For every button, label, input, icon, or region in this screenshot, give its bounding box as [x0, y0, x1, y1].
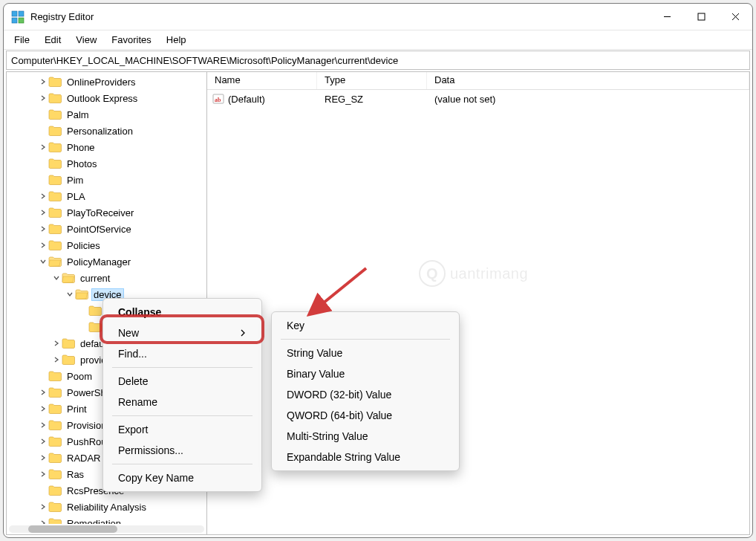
chevron-right-icon[interactable]	[38, 191, 48, 201]
ctx-export[interactable]: Export	[108, 419, 257, 440]
folder-icon	[48, 223, 62, 235]
app-window: Registry Editor File Edit View Favorites…	[3, 3, 753, 538]
chevron-right-icon[interactable]	[38, 502, 48, 512]
submenu-qword[interactable]: QWORD (64-bit) Value	[276, 405, 454, 426]
chevron-right-icon[interactable]	[38, 207, 48, 218]
tree-item-label: Phone	[65, 141, 97, 154]
tree-item[interactable]: Personalization	[7, 123, 206, 139]
tree-item-label: Ras	[65, 468, 86, 481]
menu-file[interactable]: File	[7, 32, 37, 48]
tree-item[interactable]: PointOfService	[7, 221, 206, 237]
folder-icon	[88, 321, 102, 333]
chevron-right-icon[interactable]	[38, 93, 48, 103]
submenu-binary[interactable]: Binary Value	[276, 363, 454, 384]
tree-item[interactable]: PlayToReceiver	[7, 204, 206, 221]
tree-item-label: Remediation	[65, 517, 123, 525]
tree-item[interactable]: Pim	[7, 172, 206, 188]
tree-horizontal-scrollbar[interactable]	[9, 525, 204, 533]
ctx-find[interactable]: Find...	[108, 343, 257, 364]
chevron-right-icon[interactable]	[38, 142, 48, 152]
regedit-icon	[11, 10, 25, 24]
column-header-type[interactable]: Type	[317, 72, 427, 89]
tree-item[interactable]: Phone	[7, 139, 206, 155]
folder-icon	[48, 76, 62, 88]
chevron-right-icon[interactable]	[38, 453, 48, 463]
chevron-right-icon[interactable]	[38, 436, 48, 447]
chevron-down-icon[interactable]	[38, 256, 48, 267]
menu-favorites[interactable]: Favorites	[104, 32, 158, 48]
ctx-permissions[interactable]: Permissions...	[108, 440, 257, 461]
folder-icon	[48, 419, 62, 431]
chevron-right-icon[interactable]	[38, 404, 48, 414]
folder-icon	[48, 501, 62, 513]
chevron-right-icon[interactable]	[38, 224, 48, 234]
chevron-right-icon[interactable]	[51, 354, 62, 365]
chevron-right-icon	[38, 109, 48, 120]
chevron-right-icon[interactable]	[51, 338, 62, 349]
submenu-string[interactable]: String Value	[276, 343, 454, 363]
chevron-down-icon[interactable]	[51, 273, 62, 283]
column-header-data[interactable]: Data	[427, 72, 749, 89]
tree-item-label: PowerSh	[65, 386, 108, 399]
chevron-right-icon[interactable]	[38, 77, 48, 87]
address-bar[interactable]: Computer\HKEY_LOCAL_MACHINE\SOFTWARE\Mic…	[6, 51, 750, 70]
tree-item-label: Print	[65, 403, 89, 415]
chevron-down-icon[interactable]	[65, 289, 75, 299]
chevron-right-icon[interactable]	[38, 518, 48, 524]
ctx-delete[interactable]: Delete	[108, 371, 257, 392]
folder-icon	[48, 92, 62, 104]
address-text: Computer\HKEY_LOCAL_MACHINE\SOFTWARE\Mic…	[11, 55, 398, 66]
scrollbar-thumb[interactable]	[28, 525, 117, 533]
ctx-separator	[112, 367, 252, 368]
ctx-collapse[interactable]: Collapse	[108, 302, 257, 323]
value-data: (value not set)	[427, 94, 749, 105]
ctx-new[interactable]: New	[108, 323, 257, 343]
watermark-text: uantrimang	[450, 265, 528, 282]
minimize-button[interactable]	[650, 4, 684, 30]
submenu-multistring[interactable]: Multi-String Value	[276, 426, 454, 447]
folder-icon	[48, 158, 62, 169]
ctx-rename[interactable]: Rename	[108, 392, 257, 412]
menu-view[interactable]: View	[68, 32, 104, 48]
tree-item[interactable]: current	[7, 270, 206, 286]
close-button[interactable]	[718, 4, 752, 30]
tree-item-label: RADAR	[65, 452, 103, 464]
tree-item[interactable]: Palm	[7, 106, 206, 123]
chevron-right-icon[interactable]	[38, 387, 48, 398]
svg-rect-5	[698, 13, 705, 20]
ctx-copy-key-name[interactable]: Copy Key Name	[108, 467, 257, 488]
content-area: OnlineProvidersOutlook ExpressPalmPerson…	[6, 71, 750, 535]
submenu-key[interactable]: Key	[276, 315, 454, 336]
folder-icon	[48, 125, 62, 137]
folder-icon	[48, 435, 62, 447]
tree-item[interactable]: Policies	[7, 237, 206, 253]
submenu-expandable[interactable]: Expandable String Value	[276, 447, 454, 467]
tree-item[interactable]: Outlook Express	[7, 90, 206, 106]
column-header-name[interactable]: Name	[207, 72, 317, 89]
tree-item[interactable]: PLA	[7, 188, 206, 204]
chevron-right-icon[interactable]	[38, 469, 48, 479]
folder-icon	[62, 354, 75, 366]
menu-edit[interactable]: Edit	[37, 32, 68, 48]
menu-help[interactable]: Help	[159, 32, 194, 48]
chevron-right-icon[interactable]	[38, 240, 48, 250]
watermark: Q uantrimang	[419, 260, 528, 287]
submenu-dword[interactable]: DWORD (32-bit) Value	[276, 384, 454, 405]
svg-rect-1	[19, 11, 24, 16]
window-title: Registry Editor	[30, 11, 94, 22]
tree-item[interactable]: Photos	[7, 155, 206, 172]
list-header: Name Type Data	[207, 72, 749, 90]
tree-item-label: OnlineProviders	[65, 76, 138, 88]
menubar: File Edit View Favorites Help	[4, 30, 752, 50]
tree-item[interactable]: Remediation	[7, 515, 206, 524]
maximize-button[interactable]	[684, 4, 718, 30]
chevron-right-icon[interactable]	[38, 420, 48, 430]
value-type: REG_SZ	[317, 94, 427, 105]
chevron-right-icon	[78, 322, 88, 332]
folder-icon	[48, 256, 62, 268]
tree-item[interactable]: PolicyManager	[7, 253, 206, 270]
svg-rect-0	[12, 11, 17, 16]
list-row[interactable]: ab (Default) REG_SZ (value not set)	[207, 90, 749, 108]
tree-item[interactable]: Reliability Analysis	[7, 499, 206, 515]
tree-item[interactable]: OnlineProviders	[7, 74, 206, 90]
